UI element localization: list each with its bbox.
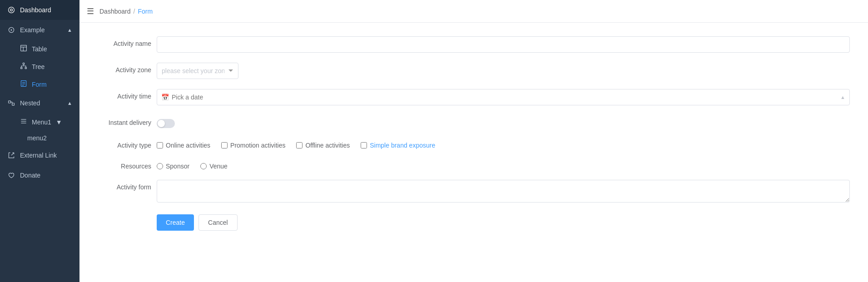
activity-name-control	[157, 36, 850, 53]
form-section: Activity name Activity zone please selec…	[98, 36, 850, 231]
sidebar-item-donate-label: Donate	[20, 172, 40, 179]
date-picker-input[interactable]	[157, 89, 850, 105]
donate-icon	[7, 171, 15, 179]
sidebar-item-menu2-label: menu2	[27, 134, 47, 142]
create-button[interactable]: Create	[157, 214, 194, 231]
activity-zone-label: Activity zone	[98, 63, 157, 74]
checkbox-promotion-label: Promotion activities	[230, 142, 285, 149]
activity-time-control: 📅 ▲	[157, 89, 850, 105]
topbar: ☰ Dashboard / Form	[79, 0, 868, 23]
activity-zone-select[interactable]: please select your zone Zone 1 Zone 2	[157, 63, 238, 79]
activity-name-row: Activity name	[98, 36, 850, 53]
activity-zone-row: Activity zone please select your zone Zo…	[98, 63, 850, 79]
svg-point-0	[10, 9, 13, 11]
sidebar: Dashboard Example ▲ Table Tree Form Nest…	[0, 0, 79, 282]
cancel-button[interactable]: Cancel	[198, 214, 238, 231]
activity-type-label: Activity type	[98, 138, 157, 149]
sidebar-item-nested[interactable]: Nested ▲	[0, 93, 79, 113]
sidebar-item-tree-label: Tree	[32, 63, 45, 70]
checkbox-offline-label: Offline activities	[305, 142, 350, 149]
activity-type-row: Activity type Online activities Promotio…	[98, 138, 850, 149]
activity-name-label: Activity name	[98, 36, 157, 47]
svg-rect-3	[21, 45, 27, 51]
activity-zone-control: please select your zone Zone 1 Zone 2	[157, 63, 850, 79]
activity-form-control	[157, 180, 850, 204]
sidebar-item-dashboard[interactable]: Dashboard	[0, 0, 79, 20]
resources-label: Resources	[98, 159, 157, 170]
checkbox-offline[interactable]: Offline activities	[296, 142, 350, 149]
breadcrumb-current: Form	[138, 8, 153, 15]
sidebar-item-form-label: Form	[32, 81, 47, 88]
tree-icon	[20, 62, 27, 71]
activity-time-row: Activity time 📅 ▲	[98, 89, 850, 105]
sidebar-item-external-link[interactable]: External Link	[0, 145, 79, 165]
content-area: Activity name Activity zone please selec…	[79, 23, 868, 282]
link-icon	[7, 151, 15, 159]
radio-venue[interactable]: Venue	[200, 163, 228, 170]
sidebar-item-menu2[interactable]: menu2	[0, 131, 79, 145]
radio-sponsor-input[interactable]	[157, 163, 163, 169]
sidebar-item-table-label: Table	[32, 45, 47, 53]
breadcrumb-separator: /	[134, 8, 135, 15]
activity-type-control: Online activities Promotion activities O…	[157, 138, 850, 149]
sidebar-item-donate[interactable]: Donate	[0, 165, 79, 185]
instant-delivery-row: Instant delivery	[98, 115, 850, 128]
sidebar-item-example-label: Example	[20, 26, 45, 34]
chevron-down-icon: ▲	[67, 100, 72, 106]
button-row: Create Cancel	[157, 214, 850, 231]
activity-form-row: Activity form	[98, 180, 850, 204]
checkbox-simple-label: Simple brand exposure	[370, 142, 435, 149]
sidebar-item-menu1[interactable]: Menu1 ▼	[0, 113, 79, 131]
activity-form-label: Activity form	[98, 180, 157, 191]
radio-sponsor-label: Sponsor	[166, 163, 189, 170]
breadcrumb-parent[interactable]: Dashboard	[99, 8, 131, 15]
instant-delivery-toggle[interactable]	[157, 119, 175, 128]
activity-name-input[interactable]	[157, 36, 850, 53]
sidebar-item-tree[interactable]: Tree	[0, 58, 79, 75]
main-content: ☰ Dashboard / Form Activity name Activit…	[79, 0, 868, 282]
breadcrumb: Dashboard / Form	[99, 8, 153, 15]
nested-icon	[7, 99, 15, 107]
resources-control: Sponsor Venue	[157, 159, 850, 170]
checkbox-online[interactable]: Online activities	[157, 142, 210, 149]
example-icon	[7, 26, 15, 34]
checkbox-online-label: Online activities	[166, 142, 210, 149]
activity-time-label: Activity time	[98, 89, 157, 100]
svg-rect-13	[9, 101, 11, 103]
date-picker-wrapper: 📅 ▲	[157, 89, 850, 105]
dashboard-icon	[7, 6, 15, 14]
radio-sponsor[interactable]: Sponsor	[157, 163, 189, 170]
radio-venue-label: Venue	[209, 163, 228, 170]
table-icon	[20, 45, 27, 53]
svg-rect-7	[21, 67, 22, 69]
hamburger-icon[interactable]: ☰	[87, 6, 94, 16]
svg-rect-14	[12, 103, 15, 105]
svg-point-2	[10, 29, 12, 30]
activity-type-checkboxes: Online activities Promotion activities O…	[157, 138, 850, 149]
sidebar-item-external-link-label: External Link	[20, 152, 57, 159]
radio-venue-input[interactable]	[200, 163, 207, 169]
resources-row: Resources Sponsor Venue	[98, 159, 850, 170]
instant-delivery-label: Instant delivery	[98, 115, 157, 126]
checkbox-simple[interactable]: Simple brand exposure	[361, 142, 435, 149]
chevron-expand-icon: ▼	[56, 119, 62, 126]
checkbox-promotion[interactable]: Promotion activities	[221, 142, 285, 149]
activity-form-textarea[interactable]	[157, 180, 850, 203]
sidebar-item-dashboard-label: Dashboard	[20, 6, 51, 14]
form-icon	[20, 80, 27, 89]
checkbox-offline-input[interactable]	[296, 142, 303, 148]
menu1-icon	[20, 118, 27, 126]
sidebar-item-table[interactable]: Table	[0, 40, 79, 58]
checkbox-online-input[interactable]	[157, 142, 163, 148]
checkbox-simple-input[interactable]	[361, 142, 367, 148]
svg-rect-8	[25, 67, 26, 69]
svg-rect-6	[23, 63, 24, 64]
sidebar-item-form[interactable]: Form	[0, 75, 79, 93]
sidebar-item-example[interactable]: Example ▲	[0, 20, 79, 40]
resources-radios: Sponsor Venue	[157, 159, 850, 170]
chevron-up-icon: ▲	[67, 27, 72, 33]
sidebar-item-nested-label: Nested	[20, 99, 40, 107]
sidebar-item-menu1-label: Menu1	[32, 119, 51, 126]
instant-delivery-control	[157, 115, 850, 128]
checkbox-promotion-input[interactable]	[221, 142, 228, 148]
